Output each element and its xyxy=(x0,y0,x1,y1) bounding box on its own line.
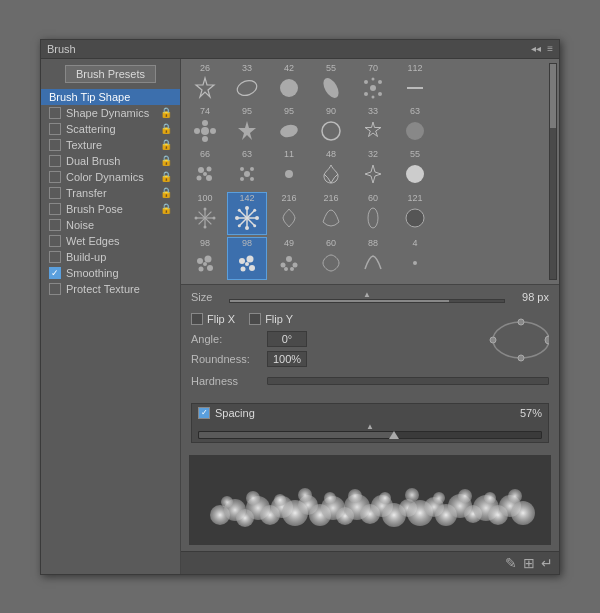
dual-brush-checkbox[interactable] xyxy=(49,155,61,167)
svg-point-71 xyxy=(413,261,417,265)
brush-item[interactable]: 60 xyxy=(353,193,393,234)
brush-item[interactable]: 98 xyxy=(185,238,225,279)
flip-y-toggle[interactable]: Flip Y xyxy=(249,313,293,325)
svg-point-54 xyxy=(368,208,378,228)
brush-item[interactable]: 70 xyxy=(353,63,393,104)
spacing-checkbox[interactable]: ✓ xyxy=(198,407,210,419)
flip-y-checkbox[interactable] xyxy=(249,313,261,325)
brush-pose-checkbox[interactable] xyxy=(49,203,61,215)
create-new-brush-icon[interactable]: ✎ xyxy=(505,555,517,571)
svg-point-56 xyxy=(197,258,203,264)
brush-item[interactable]: 48 xyxy=(311,149,351,190)
sidebar-item-transfer[interactable]: Transfer 🔒 xyxy=(41,185,180,201)
delete-brush-icon[interactable]: ↵ xyxy=(541,555,553,571)
svg-point-62 xyxy=(247,255,254,262)
brush-item[interactable]: 33 xyxy=(227,63,267,104)
panel-menu-icon[interactable]: ≡ xyxy=(547,43,553,54)
flip-x-checkbox[interactable] xyxy=(191,313,203,325)
svg-point-102 xyxy=(221,496,233,508)
size-slider[interactable] xyxy=(229,299,505,303)
svg-point-111 xyxy=(458,489,472,503)
sidebar-item-label: Noise xyxy=(66,219,94,231)
svg-point-24 xyxy=(197,175,202,180)
sidebar-item-label: Transfer xyxy=(66,187,107,199)
brush-item[interactable]: 95 xyxy=(227,106,267,147)
svg-point-52 xyxy=(238,224,241,227)
sidebar-item-wet-edges[interactable]: Wet Edges xyxy=(41,233,180,249)
brush-item[interactable]: 60 xyxy=(311,238,351,279)
brush-item[interactable]: 32 xyxy=(353,149,393,190)
svg-point-22 xyxy=(198,167,204,173)
sidebar-item-dual-brush[interactable]: Dual Brush 🔒 xyxy=(41,153,180,169)
brush-item-selected-2[interactable]: 98 xyxy=(227,237,267,280)
brush-item[interactable]: 33 xyxy=(353,106,393,147)
brush-item[interactable]: 11 xyxy=(269,149,309,190)
scrollbar-thumb xyxy=(550,64,556,129)
brush-item[interactable]: 216 xyxy=(311,193,351,234)
brush-item[interactable]: 55 xyxy=(395,149,435,190)
protect-texture-checkbox[interactable] xyxy=(49,283,61,295)
build-up-checkbox[interactable] xyxy=(49,251,61,263)
size-label: Size xyxy=(191,291,221,303)
sidebar-item-label: Scattering xyxy=(66,123,116,135)
color-dynamics-checkbox[interactable] xyxy=(49,171,61,183)
sidebar-item-label: Wet Edges xyxy=(66,235,120,247)
panel-title: Brush xyxy=(47,43,76,55)
brush-item[interactable]: 90 xyxy=(311,106,351,147)
angle-dial[interactable] xyxy=(489,308,549,368)
texture-checkbox[interactable] xyxy=(49,139,61,151)
lock-icon: 🔒 xyxy=(160,171,172,182)
hardness-slider[interactable] xyxy=(267,377,549,385)
brush-item[interactable]: 121 xyxy=(395,193,435,234)
spacing-label: Spacing xyxy=(215,407,255,419)
sidebar-item-build-up[interactable]: Build-up xyxy=(41,249,180,265)
brush-grid-scrollbar[interactable] xyxy=(549,63,557,280)
svg-point-61 xyxy=(239,258,245,264)
sidebar-item-protect-texture[interactable]: Protect Texture xyxy=(41,281,180,297)
brush-item[interactable]: 63 xyxy=(227,149,267,190)
svg-point-67 xyxy=(286,256,292,262)
sidebar-item-scattering[interactable]: Scattering 🔒 xyxy=(41,121,180,137)
transfer-checkbox[interactable] xyxy=(49,187,61,199)
svg-point-29 xyxy=(244,171,250,177)
brush-item[interactable]: 66 xyxy=(185,149,225,190)
wet-edges-checkbox[interactable] xyxy=(49,235,61,247)
brush-item[interactable]: 112 xyxy=(395,63,435,104)
brush-item[interactable]: 42 xyxy=(269,63,309,104)
lock-icon: 🔒 xyxy=(160,123,172,134)
sidebar-item-color-dynamics[interactable]: Color Dynamics 🔒 xyxy=(41,169,180,185)
size-row: Size ▲ 98 px xyxy=(191,291,549,303)
roundness-value[interactable]: 100% xyxy=(267,351,307,367)
brush-item[interactable]: 100 xyxy=(185,193,225,234)
sidebar-item-smoothing[interactable]: ✓ Smoothing xyxy=(41,265,180,281)
angle-value[interactable]: 0° xyxy=(267,331,307,347)
sidebar-item-brush-tip-shape[interactable]: Brush Tip Shape xyxy=(41,89,180,105)
lock-icon: 🔒 xyxy=(160,203,172,214)
sidebar-item-shape-dynamics[interactable]: Shape Dynamics 🔒 xyxy=(41,105,180,121)
svg-point-60 xyxy=(203,262,207,266)
brush-item[interactable]: 88 xyxy=(353,238,393,279)
brush-item[interactable]: 63 xyxy=(395,106,435,147)
sidebar-item-brush-pose[interactable]: Brush Pose 🔒 xyxy=(41,201,180,217)
flip-x-toggle[interactable]: Flip X xyxy=(191,313,235,325)
brush-item[interactable]: 26 xyxy=(185,63,225,104)
brush-item[interactable]: 95 xyxy=(269,106,309,147)
brush-item[interactable]: 55 xyxy=(311,63,351,104)
brush-item[interactable]: 49 xyxy=(269,238,309,279)
spacing-section: ✓ Spacing 57% ▲ xyxy=(191,403,549,443)
brush-item[interactable]: 216 xyxy=(269,193,309,234)
scattering-checkbox[interactable] xyxy=(49,123,61,135)
shape-dynamics-checkbox[interactable] xyxy=(49,107,61,119)
brush-item-selected[interactable]: 142 xyxy=(227,192,267,235)
sidebar-item-noise[interactable]: Noise xyxy=(41,217,180,233)
sidebar-item-texture[interactable]: Texture 🔒 xyxy=(41,137,180,153)
panel-collapse-icon[interactable]: ◂◂ xyxy=(531,43,541,54)
save-brush-icon[interactable]: ⊞ xyxy=(523,555,535,571)
spacing-slider-track[interactable] xyxy=(198,431,542,439)
brush-presets-button[interactable]: Brush Presets xyxy=(65,65,156,83)
noise-checkbox[interactable] xyxy=(49,219,61,231)
smoothing-checkbox[interactable]: ✓ xyxy=(49,267,61,279)
brush-item[interactable]: 4 xyxy=(395,238,435,279)
svg-point-25 xyxy=(206,175,212,181)
brush-item[interactable]: 74 xyxy=(185,106,225,147)
